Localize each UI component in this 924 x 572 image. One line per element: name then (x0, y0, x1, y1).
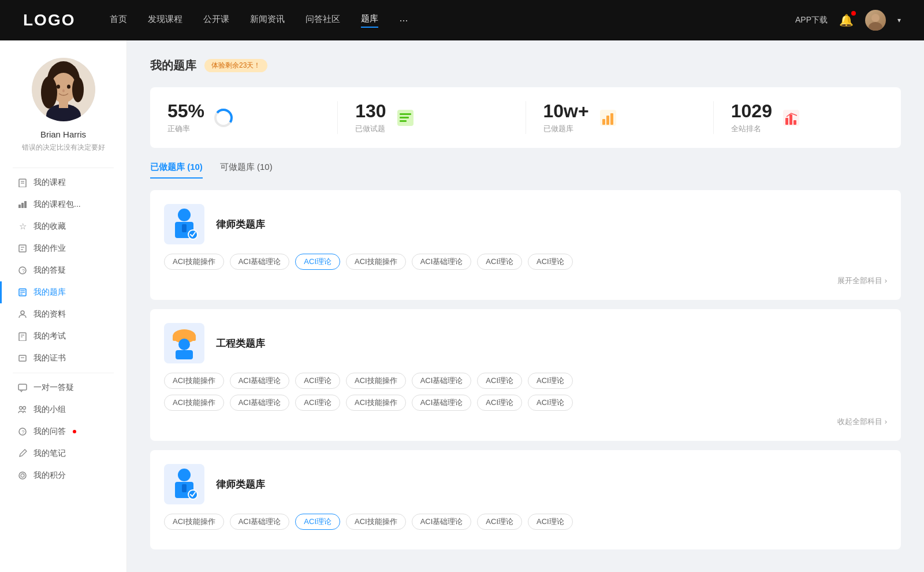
avatar[interactable] (865, 10, 886, 31)
sidebar-item-homework[interactable]: 我的作业 (0, 237, 126, 259)
sidebar-label-profile: 我的资料 (33, 309, 66, 320)
stat-done-questions: 130 已做试题 (338, 101, 526, 134)
user-name: Brian Harris (40, 129, 86, 139)
sidebar-label-my-qa: 我的问答 (33, 426, 66, 437)
tag-2a-6[interactable]: ACI理论 (528, 373, 573, 389)
tag-3-0[interactable]: ACI技能操作 (164, 514, 224, 530)
sidebar-item-exam[interactable]: 我的考试 (0, 325, 126, 347)
lawyer-icon-2 (164, 464, 204, 504)
svg-rect-52 (785, 118, 788, 125)
tag-2b-3[interactable]: ACI技能操作 (346, 395, 406, 411)
qbank-tags-row-2b: ACI技能操作 ACI基础理论 ACI理论 ACI技能操作 ACI基础理论 AC… (164, 395, 887, 411)
sidebar-item-1on1[interactable]: 一对一答疑 (0, 377, 126, 399)
sidebar-item-courses[interactable]: 我的课程 (0, 172, 126, 194)
tag-1-1[interactable]: ACI基础理论 (230, 254, 290, 270)
stat-done-banks-label: 已做题库 (543, 124, 589, 134)
nav-more-dots[interactable]: ··· (399, 14, 408, 27)
sidebar-item-notes[interactable]: 我的笔记 (0, 443, 126, 465)
app-download-link[interactable]: APP下载 (795, 15, 828, 25)
nav-item-qbank[interactable]: 题库 (361, 13, 378, 28)
svg-rect-44 (400, 113, 411, 115)
tag-2a-2[interactable]: ACI理论 (295, 373, 340, 389)
svg-point-35 (23, 407, 26, 410)
tag-1-5[interactable]: ACI理论 (477, 254, 522, 270)
nav-item-home[interactable]: 首页 (110, 14, 127, 27)
logo[interactable]: LOGO (23, 11, 75, 29)
sidebar-item-favorites[interactable]: ☆ 我的收藏 (0, 216, 126, 237)
stat-accuracy-value: 55% (167, 101, 204, 121)
tab-done-banks[interactable]: 已做题库 (10) (150, 162, 203, 179)
qbank-title-1: 律师类题库 (216, 218, 265, 231)
svg-point-27 (21, 311, 24, 314)
tag-3-2[interactable]: ACI理论 (295, 514, 340, 530)
tag-1-0[interactable]: ACI技能操作 (164, 254, 224, 270)
sidebar-item-my-qa[interactable]: ? 我的问答 (0, 421, 126, 443)
chat-icon (17, 382, 28, 393)
tag-2b-1[interactable]: ACI基础理论 (230, 395, 290, 411)
sidebar-label-qa: 我的答疑 (33, 265, 66, 276)
nav-item-qa[interactable]: 问答社区 (305, 14, 340, 27)
svg-point-39 (21, 474, 24, 477)
tag-1-2[interactable]: ACI理论 (295, 254, 340, 270)
sidebar-item-qa-mine[interactable]: ? 我的答疑 (0, 259, 126, 281)
svg-point-42 (218, 113, 229, 123)
nav-item-discover[interactable]: 发现课程 (148, 14, 182, 27)
sidebar-item-certificate[interactable]: 我的证书 (0, 347, 126, 369)
course-pack-icon (17, 199, 28, 210)
svg-rect-31 (19, 355, 26, 361)
qbank-tags-row-1: ACI技能操作 ACI基础理论 ACI理论 ACI技能操作 ACI基础理论 AC… (164, 254, 887, 270)
tag-3-6[interactable]: ACI理论 (528, 514, 573, 530)
chevron-down-icon[interactable]: ▾ (897, 16, 901, 24)
tag-2a-1[interactable]: ACI基础理论 (230, 373, 290, 389)
svg-point-0 (871, 14, 880, 22)
tag-2b-5[interactable]: ACI理论 (477, 395, 522, 411)
qa-notification-dot (73, 430, 76, 433)
tag-1-6[interactable]: ACI理论 (528, 254, 573, 270)
sidebar-label-favorites: 我的收藏 (33, 221, 66, 232)
collapse-link-2[interactable]: 收起全部科目 › (164, 417, 887, 427)
tag-2a-0[interactable]: ACI技能操作 (164, 373, 224, 389)
stat-done-questions-label: 已做试题 (355, 124, 386, 134)
sidebar-item-groups[interactable]: 我的小组 (0, 399, 126, 421)
sidebar-label-groups: 我的小组 (33, 404, 66, 415)
notification-bell[interactable]: 🔔 (839, 13, 854, 27)
stat-done-banks-value: 10w+ (543, 101, 589, 121)
exam-icon (17, 331, 28, 341)
tag-3-3[interactable]: ACI技能操作 (346, 514, 406, 530)
svg-point-9 (57, 85, 60, 89)
svg-rect-17 (24, 201, 27, 208)
expand-link-1[interactable]: 展开全部科目 › (164, 276, 887, 286)
sidebar-item-profile[interactable]: 我的资料 (0, 303, 126, 325)
trial-badge: 体验剩余23天！ (204, 59, 267, 72)
star-icon: ☆ (17, 221, 28, 232)
tab-available-banks[interactable]: 可做题库 (10) (220, 162, 273, 179)
tag-1-4[interactable]: ACI基础理论 (412, 254, 472, 270)
tag-1-3[interactable]: ACI技能操作 (346, 254, 406, 270)
svg-point-6 (72, 77, 84, 102)
nav-item-openclass[interactable]: 公开课 (203, 14, 229, 27)
profile-icon (17, 309, 28, 320)
qbank-header-3: 律师类题库 (164, 464, 887, 504)
tag-2b-4[interactable]: ACI基础理论 (412, 395, 472, 411)
tag-3-1[interactable]: ACI基础理论 (230, 514, 290, 530)
tag-3-4[interactable]: ACI基础理论 (412, 514, 472, 530)
tag-2a-3[interactable]: ACI技能操作 (346, 373, 406, 389)
tag-3-5[interactable]: ACI理论 (477, 514, 522, 530)
stats-row: 55% 正确率 130 已做试题 (150, 87, 901, 148)
tag-2b-0[interactable]: ACI技能操作 (164, 395, 224, 411)
navbar-right: APP下载 🔔 ▾ (795, 10, 901, 31)
sidebar-item-qbank[interactable]: 我的题库 (0, 281, 126, 303)
sidebar-item-course-pack[interactable]: 我的课程包... (0, 194, 126, 216)
tag-2a-4[interactable]: ACI基础理论 (412, 373, 472, 389)
stat-site-rank: 1029 全站排名 (714, 101, 901, 134)
user-avatar-large (32, 58, 95, 121)
sidebar-item-points[interactable]: 我的积分 (0, 465, 126, 486)
tag-2a-5[interactable]: ACI理论 (477, 373, 522, 389)
tag-2b-2[interactable]: ACI理论 (295, 395, 340, 411)
qbank-header-1: 律师类题库 (164, 204, 887, 244)
user-motto: 错误的决定比没有决定要好 (16, 143, 111, 153)
tag-2b-6[interactable]: ACI理论 (528, 395, 573, 411)
nav-item-news[interactable]: 新闻资讯 (250, 14, 285, 27)
stat-done-questions-text: 130 已做试题 (355, 101, 386, 134)
svg-rect-33 (18, 384, 27, 390)
